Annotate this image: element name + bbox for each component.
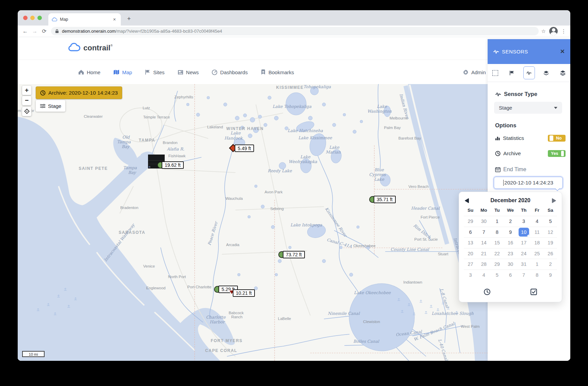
tab-close-icon[interactable]: ✕ <box>112 17 117 22</box>
calendar-day[interactable]: 14 <box>477 237 490 248</box>
page-content: contrail ® Home Map <box>18 37 570 361</box>
nav-item-admin[interactable]: Admin <box>463 60 486 84</box>
calendar-day[interactable]: 11 <box>530 227 544 238</box>
sensor-marker[interactable]: 10.21 ft <box>228 290 235 296</box>
calendar-day[interactable]: 15 <box>490 237 504 248</box>
end-time-input[interactable]: 2020-12-10 14:24:23 <box>494 177 563 189</box>
calendar-day[interactable]: 30 <box>477 216 490 227</box>
tool-layers[interactable] <box>541 67 552 79</box>
profile-avatar[interactable] <box>549 27 558 35</box>
calendar-day[interactable]: 5 <box>544 216 557 227</box>
browser-tab[interactable]: Map ✕ <box>48 13 121 26</box>
nav-item-home[interactable]: Home <box>78 69 100 75</box>
calendar-day[interactable]: 7 <box>477 227 490 238</box>
map-label: Fort Pierce <box>421 215 440 219</box>
prev-month-icon[interactable] <box>464 198 470 203</box>
calendar-day[interactable]: 29 <box>490 259 504 270</box>
map-label: Alafia R. <box>166 147 184 151</box>
calendar-day-selected[interactable]: 10 <box>517 227 530 238</box>
calendar-day[interactable]: 3 <box>464 270 477 280</box>
calendar-day[interactable]: 31 <box>517 259 530 270</box>
calendar-day[interactable]: 30 <box>504 259 517 270</box>
calendar-day[interactable]: 2 <box>504 216 517 227</box>
calendar-day[interactable]: 8 <box>490 227 504 238</box>
calendar-day[interactable]: 1 <box>490 216 504 227</box>
nav-item-bookmarks[interactable]: Bookmarks <box>261 69 294 75</box>
calendar-day[interactable]: 12 <box>544 227 557 238</box>
minimize-window-button[interactable] <box>30 16 35 20</box>
nav-item-dashboards[interactable]: Dashboards <box>212 69 248 75</box>
calendar-day[interactable]: 27 <box>464 259 477 270</box>
zoom-window-button[interactable] <box>37 16 42 20</box>
contrail-logo[interactable]: contrail ® <box>68 43 113 53</box>
tool-layer-groups[interactable] <box>557 67 568 79</box>
calendar-day[interactable]: 9 <box>544 270 557 280</box>
calendar-day[interactable]: 9 <box>504 227 517 238</box>
sensor-type-select[interactable]: Stage <box>494 102 562 114</box>
calendar-day[interactable]: 4 <box>530 216 544 227</box>
panel-close-icon[interactable]: ✕ <box>560 48 565 55</box>
sensor-marker[interactable]: 73.72 ft <box>278 251 285 258</box>
calendar-day[interactable]: 28 <box>477 259 490 270</box>
calendar-day[interactable]: 13 <box>464 237 477 248</box>
calendar-day[interactable]: 29 <box>464 216 477 227</box>
sensor-value-label[interactable]: 10.21 ft <box>233 289 255 297</box>
options-heading: Options <box>495 122 516 129</box>
calendar-day[interactable]: 1 <box>530 259 544 270</box>
calendar-day[interactable]: 19 <box>544 237 557 248</box>
calendar-day[interactable]: 18 <box>530 237 544 248</box>
calendar-day[interactable]: 17 <box>517 237 530 248</box>
statistics-toggle[interactable]: No <box>548 135 566 142</box>
map-canvas[interactable]: KISSIMMEETohopekaligaZephyrhillsLutzPalm… <box>18 84 488 361</box>
calendar-day[interactable]: 3 <box>517 216 530 227</box>
sensor-value-label[interactable]: 73.72 ft <box>283 251 305 258</box>
calendar-day[interactable]: 5 <box>490 270 504 280</box>
nav-item-map[interactable]: Map <box>113 69 132 75</box>
reload-icon[interactable]: ⟳ <box>39 28 49 34</box>
calendar-day[interactable]: 25 <box>530 248 544 259</box>
calendar-day[interactable]: 7 <box>517 270 530 280</box>
calendar-day[interactable]: 2 <box>544 259 557 270</box>
calendar-day[interactable]: 24 <box>517 248 530 259</box>
calendar-day[interactable]: 8 <box>530 270 544 280</box>
close-window-button[interactable] <box>23 16 28 20</box>
map-label: FORT MYERS <box>211 338 243 343</box>
address-bar[interactable]: demonstration.onerain.com/map/?view=f2b1… <box>51 27 539 35</box>
forward-icon[interactable]: → <box>30 28 39 34</box>
nav-item-news[interactable]: News <box>178 69 199 75</box>
tool-sites[interactable] <box>507 67 518 79</box>
sensor-value-label[interactable]: 5.49 ft <box>235 144 254 152</box>
time-picker-icon[interactable] <box>484 288 491 295</box>
zoom-in-button[interactable]: + <box>22 86 31 95</box>
calendar-day[interactable]: 20 <box>464 248 477 259</box>
tool-sensors[interactable] <box>523 66 535 79</box>
calendar-day[interactable]: 26 <box>544 248 557 259</box>
bookmark-star-icon[interactable]: ☆ <box>541 28 546 34</box>
calendar-day[interactable]: 21 <box>477 248 490 259</box>
next-month-icon[interactable] <box>551 198 557 203</box>
sensor-marker[interactable]: 35.71 ft <box>369 196 376 203</box>
browser-menu-icon[interactable]: ⋮ <box>561 28 566 34</box>
calendar-day[interactable]: 23 <box>504 248 517 259</box>
zoom-out-button[interactable]: − <box>22 96 31 105</box>
sensor-value-label[interactable]: 19.62 ft <box>162 161 184 169</box>
calendar-day[interactable]: 22 <box>490 248 504 259</box>
sensor-value-label[interactable]: 35.71 ft <box>374 196 396 203</box>
archive-toggle[interactable]: Yes <box>548 150 566 157</box>
new-tab-button[interactable]: + <box>125 15 133 23</box>
stage-legend[interactable]: Stage <box>36 100 65 112</box>
tool-select-region[interactable] <box>490 67 501 79</box>
nav-item-sites[interactable]: Sites <box>145 69 164 75</box>
sensor-marker[interactable]: 5.29 ft <box>214 286 221 293</box>
sensor-marker[interactable]: 5.49 ft <box>230 145 236 151</box>
calendar-day[interactable]: 16 <box>504 237 517 248</box>
back-icon[interactable]: ← <box>20 28 30 34</box>
confirm-date-icon[interactable] <box>530 288 537 295</box>
locate-button[interactable] <box>22 107 31 116</box>
map-label: Ranch <box>231 315 242 319</box>
sensor-marker[interactable]: 19.62 ft <box>157 162 164 168</box>
news-icon <box>178 70 183 75</box>
calendar-day[interactable]: 4 <box>477 270 490 280</box>
calendar-day[interactable]: 6 <box>504 270 517 280</box>
calendar-day[interactable]: 6 <box>464 227 477 238</box>
